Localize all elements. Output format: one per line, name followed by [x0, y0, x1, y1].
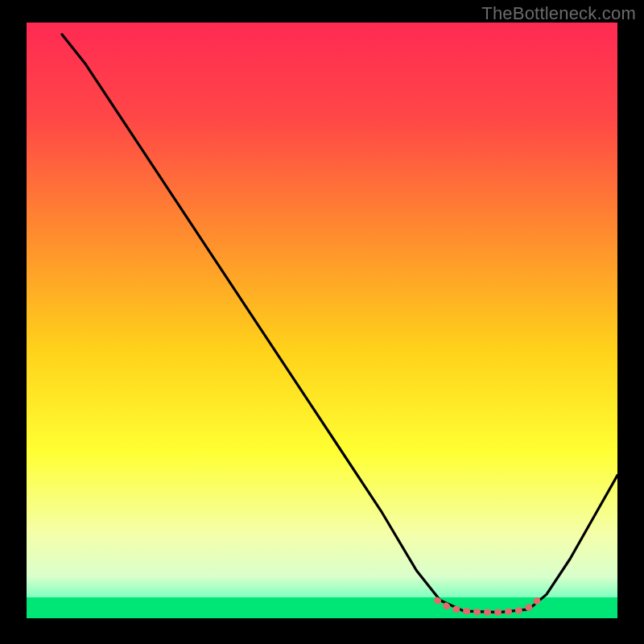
plot-gradient-background — [27, 23, 617, 618]
chart-frame: TheBottleneck.com — [0, 0, 644, 644]
watermark-text: TheBottleneck.com — [481, 3, 636, 24]
bottleneck-chart — [0, 0, 644, 644]
